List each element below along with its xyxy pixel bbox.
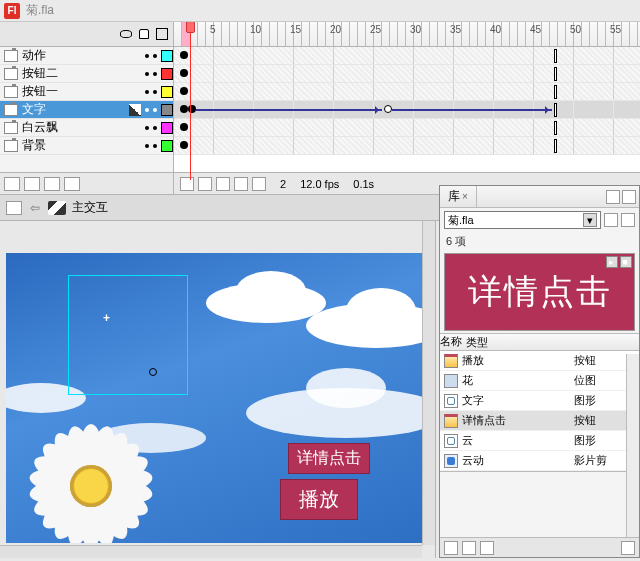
new-layer-button[interactable] (4, 177, 20, 191)
show-dot-icon[interactable] (145, 144, 149, 148)
new-folder-button[interactable] (44, 177, 60, 191)
ruler-mark: 30 (410, 24, 421, 35)
item-type-icon (444, 434, 458, 448)
lock-dot-icon[interactable] (153, 90, 157, 94)
timeline-track[interactable] (174, 137, 640, 155)
preview-play-button[interactable]: ▸ (606, 256, 618, 268)
timeline-track[interactable] (174, 119, 640, 137)
library-tab-label: 库 (448, 188, 460, 205)
color-swatch[interactable] (161, 50, 173, 62)
library-toolbar (440, 537, 639, 557)
outline-icon[interactable] (155, 27, 169, 41)
onion-skin-button[interactable] (198, 177, 212, 191)
timeline-track[interactable] (174, 47, 640, 65)
layer-row[interactable]: 按钮二 (0, 65, 173, 83)
title-bar: Fl 菊.fla (0, 0, 640, 22)
library-item[interactable]: 详情点击按钮 (440, 411, 639, 431)
color-swatch[interactable] (161, 104, 173, 116)
stage-canvas[interactable]: 详情点击 播放 (6, 253, 422, 543)
library-item-name: 云 (462, 433, 473, 448)
lock-dot-icon[interactable] (153, 54, 157, 58)
layer-header (0, 22, 173, 47)
delete-layer-button[interactable] (64, 177, 80, 191)
library-columns-header[interactable]: 名称 类型 (440, 333, 639, 351)
lock-dot-icon[interactable] (153, 108, 157, 112)
playhead-icon[interactable] (190, 22, 191, 180)
layer-name: 按钮二 (22, 65, 141, 82)
timeline-tracks-area: 510152025303540455055 2 12.0 fps 0.1s (174, 22, 640, 194)
panel-min-button[interactable] (606, 190, 620, 204)
eye-icon[interactable] (119, 27, 133, 41)
layer-row[interactable]: 背景 (0, 137, 173, 155)
back-arrow-icon[interactable]: ⇦ (28, 201, 42, 215)
play-button[interactable]: 播放 (280, 479, 358, 520)
color-swatch[interactable] (161, 122, 173, 134)
layer-row[interactable]: 按钮一 (0, 83, 173, 101)
timeline-tracks[interactable] (174, 47, 640, 172)
library-item[interactable]: 文字图形 (440, 391, 639, 411)
preview-stop-button[interactable]: ■ (620, 256, 632, 268)
show-dot-icon[interactable] (145, 108, 149, 112)
ruler-mark: 35 (450, 24, 461, 35)
properties-button[interactable] (480, 541, 494, 555)
layer-icon (4, 140, 18, 152)
onion-marker-button[interactable] (252, 177, 266, 191)
panel-menu-button[interactable] (622, 190, 636, 204)
library-file-dropdown[interactable]: 菊.fla ▾ (444, 211, 601, 229)
library-item-count: 6 项 (440, 232, 639, 251)
library-item[interactable]: 云动影片剪 (440, 451, 639, 471)
library-item[interactable]: 花位图 (440, 371, 639, 391)
fps-label: 12.0 fps (300, 178, 339, 190)
center-frame-button[interactable] (180, 177, 194, 191)
library-item[interactable]: 播放按钮 (440, 351, 639, 371)
library-item-name: 花 (462, 373, 473, 388)
color-swatch[interactable] (161, 68, 173, 80)
show-dot-icon[interactable] (145, 72, 149, 76)
library-item-name: 详情点击 (462, 413, 506, 428)
stage-vertical-scrollbar[interactable] (422, 221, 435, 545)
library-scrollbar[interactable] (626, 354, 639, 537)
scene-name[interactable]: 主交互 (72, 199, 108, 216)
lock-dot-icon[interactable] (153, 72, 157, 76)
column-name[interactable]: 名称 (440, 334, 462, 350)
timeline-track[interactable] (174, 65, 640, 83)
new-library-button[interactable] (621, 213, 635, 227)
show-dot-icon[interactable] (145, 126, 149, 130)
item-type-icon (444, 394, 458, 408)
layer-name: 动作 (22, 47, 141, 64)
lock-dot-icon[interactable] (153, 144, 157, 148)
registration-point-icon (105, 316, 113, 324)
timeline-ruler[interactable]: 510152025303540455055 (174, 22, 640, 47)
onion-outline-button[interactable] (216, 177, 230, 191)
edit-scene-button[interactable] (6, 201, 22, 215)
close-tab-icon[interactable]: × (462, 191, 468, 202)
stage-horizontal-scrollbar[interactable] (0, 545, 422, 558)
show-dot-icon[interactable] (145, 54, 149, 58)
elapsed-time-label: 0.1s (353, 178, 374, 190)
layer-icon (4, 86, 18, 98)
new-motion-button[interactable] (24, 177, 40, 191)
timeline-track[interactable] (174, 83, 640, 101)
layer-row[interactable]: 白云飘 (0, 119, 173, 137)
lock-icon[interactable] (137, 27, 151, 41)
new-lib-folder-button[interactable] (462, 541, 476, 555)
edit-multi-button[interactable] (234, 177, 248, 191)
delete-symbol-button[interactable] (621, 541, 635, 555)
selection-box[interactable] (68, 275, 188, 395)
library-item[interactable]: 云图形 (440, 431, 639, 451)
layer-row[interactable]: 文字 (0, 101, 173, 119)
pin-library-button[interactable] (604, 213, 618, 227)
library-file-name: 菊.fla (448, 213, 474, 228)
layer-row[interactable]: 动作 (0, 47, 173, 65)
detail-button[interactable]: 详情点击 (288, 443, 370, 474)
layer-icon (4, 68, 18, 80)
color-swatch[interactable] (161, 86, 173, 98)
library-tab[interactable]: 库 × (440, 186, 477, 207)
show-dot-icon[interactable] (145, 90, 149, 94)
color-swatch[interactable] (161, 140, 173, 152)
timeline-track[interactable] (174, 101, 640, 119)
transform-center-icon (149, 368, 157, 376)
new-symbol-button[interactable] (444, 541, 458, 555)
lock-dot-icon[interactable] (153, 126, 157, 130)
column-type[interactable]: 类型 (462, 334, 639, 350)
